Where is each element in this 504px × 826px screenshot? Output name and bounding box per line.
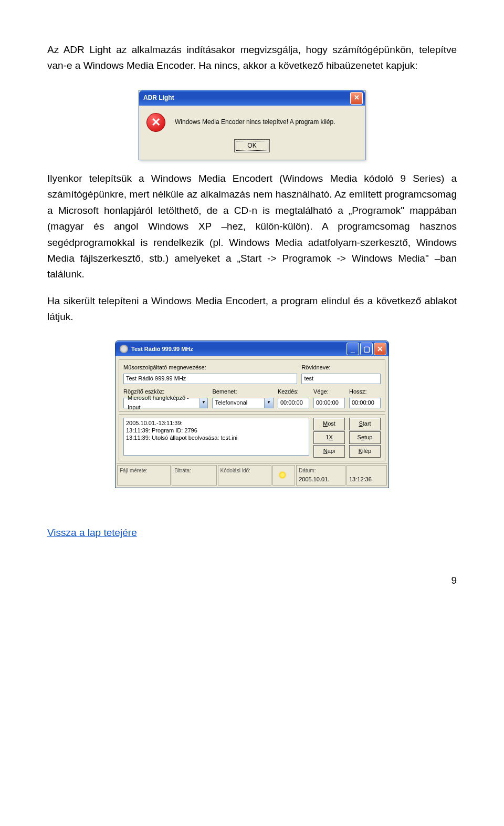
chevron-down-icon[interactable]: ▼ [264, 398, 273, 408]
start-label: Kezdés: [278, 387, 309, 397]
error-dialog-figure: ADR Light ✕ ✕ Windows Media Encoder ninc… [47, 85, 457, 171]
maximize-icon[interactable]: ▢ [360, 343, 373, 355]
setup-button[interactable]: Setup [349, 431, 381, 444]
status-bar: Fájl mérete: Bitráta: Kódolási idő: Dátu… [117, 463, 387, 487]
app-window: Test Rádió 999.99 MHz _ ▢ ✕ Műsorszolgál… [115, 340, 389, 488]
provider-label: Műsorszolgáltató megnevezése: [123, 363, 297, 373]
time-value: 13:12:36 [349, 475, 384, 484]
start-input[interactable]: 00:00:00 [278, 398, 309, 408]
input-label: Bemenet: [212, 387, 274, 397]
paragraph-2: Ilyenkor telepítsük a Windows Media Enco… [47, 171, 457, 283]
enctime-label: Kódolási idő: [220, 467, 269, 475]
input-value: Telefonvonal [215, 398, 247, 408]
log-area: 2005.10.01.-13:11:39: 13:11:39: Program … [123, 418, 309, 456]
paragraph-1: Az ADR Light az alkalmazás indításakor m… [47, 42, 457, 74]
shortname-label: Rövidneve: [301, 363, 381, 373]
error-dialog: ADR Light ✕ ✕ Windows Media Encoder ninc… [139, 90, 365, 160]
log-line: 13:11:39: Utolsó állapot beolvasása: tes… [126, 434, 307, 441]
app-title: Test Rádió 999.99 MHz [131, 345, 346, 354]
exit-button[interactable]: Kilép [349, 445, 381, 458]
napi-button[interactable]: Napi [313, 445, 345, 458]
device-select[interactable]: Microsoft hangleképző - Input ▼ [123, 398, 208, 408]
close-icon[interactable]: ✕ [374, 343, 386, 355]
dialog-titlebar: ADR Light ✕ [139, 90, 365, 106]
minimize-icon[interactable]: _ [346, 343, 359, 355]
sun-icon [279, 472, 286, 478]
dialog-title: ADR Light [143, 93, 350, 103]
bitrate-label: Bitráta: [174, 467, 214, 475]
app-icon [120, 345, 128, 353]
date-value: 2005.10.01. [299, 475, 343, 484]
shortname-input[interactable]: test [301, 374, 381, 384]
error-icon: ✕ [146, 113, 165, 132]
chevron-down-icon[interactable]: ▼ [200, 398, 208, 408]
close-icon[interactable]: ✕ [350, 92, 363, 105]
paragraph-3: Ha sikerült telepíteni a Windows Media E… [47, 293, 457, 325]
date-label: Dátum: [299, 467, 343, 475]
app-window-figure: Test Rádió 999.99 MHz _ ▢ ✕ Műsorszolgál… [47, 335, 457, 509]
end-input[interactable]: 00:00:00 [313, 398, 345, 408]
dialog-message: Windows Media Encoder nincs telepítve! A… [175, 117, 335, 127]
log-line: 13:11:39: Program ID: 2796 [126, 427, 307, 434]
length-label: Hossz: [349, 387, 381, 397]
most-button[interactable]: Most [313, 418, 345, 430]
app-titlebar: Test Rádió 999.99 MHz _ ▢ ✕ [116, 341, 388, 356]
log-line: 2005.10.01.-13:11:39: [126, 419, 307, 427]
start-button[interactable]: Start [349, 418, 381, 430]
filesize-label: Fájl mérete: [120, 467, 168, 475]
back-to-top-link[interactable]: Vissza a lap tetejére [47, 527, 137, 538]
input-select[interactable]: Telefonvonal ▼ [212, 398, 274, 408]
end-label: Vége: [313, 387, 345, 397]
page-number: 9 [47, 541, 457, 588]
provider-input[interactable]: Test Rádió 999.99 MHz [123, 374, 297, 384]
length-input[interactable]: 00:00:00 [349, 398, 381, 408]
ok-button[interactable]: OK [234, 139, 269, 152]
device-value: Microsoft hangleképző - Input [126, 393, 200, 412]
onex-button[interactable]: 1X [313, 431, 345, 444]
